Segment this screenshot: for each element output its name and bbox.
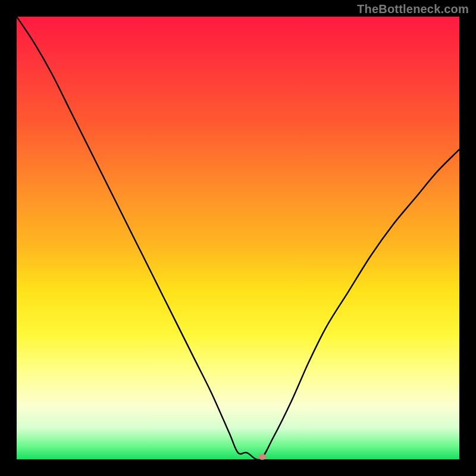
chart-frame: TheBottleneck.com (0, 0, 476, 476)
plot-area (17, 17, 459, 459)
optimal-point-marker (258, 454, 267, 460)
bottleneck-curve (17, 17, 459, 459)
watermark-text: TheBottleneck.com (357, 2, 469, 16)
